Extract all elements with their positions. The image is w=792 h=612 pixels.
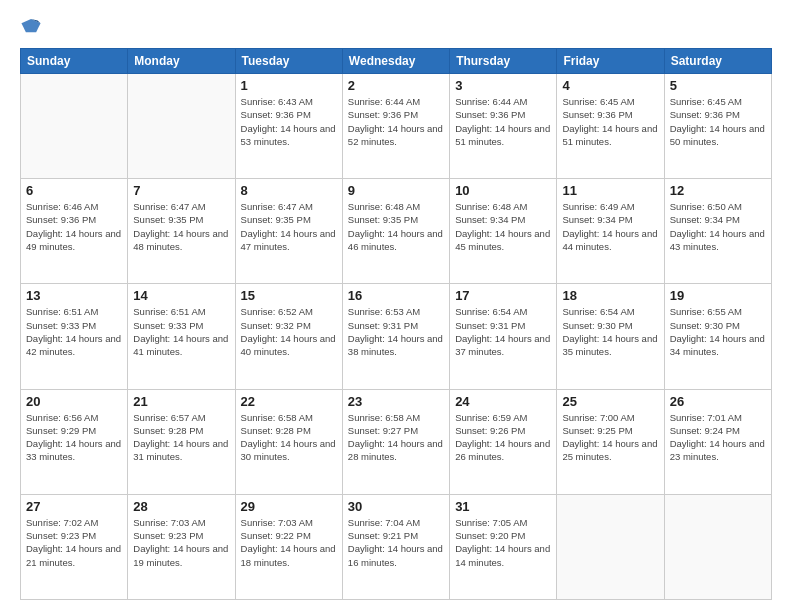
day-number: 1	[241, 78, 337, 93]
calendar-cell: 7Sunrise: 6:47 AM Sunset: 9:35 PM Daylig…	[128, 179, 235, 284]
day-info: Sunrise: 7:03 AM Sunset: 9:22 PM Dayligh…	[241, 516, 337, 569]
week-row-5: 27Sunrise: 7:02 AM Sunset: 9:23 PM Dayli…	[21, 494, 772, 599]
day-number: 31	[455, 499, 551, 514]
calendar-cell: 29Sunrise: 7:03 AM Sunset: 9:22 PM Dayli…	[235, 494, 342, 599]
calendar-cell: 8Sunrise: 6:47 AM Sunset: 9:35 PM Daylig…	[235, 179, 342, 284]
calendar-cell: 18Sunrise: 6:54 AM Sunset: 9:30 PM Dayli…	[557, 284, 664, 389]
day-info: Sunrise: 6:43 AM Sunset: 9:36 PM Dayligh…	[241, 95, 337, 148]
day-info: Sunrise: 6:45 AM Sunset: 9:36 PM Dayligh…	[670, 95, 766, 148]
day-number: 29	[241, 499, 337, 514]
calendar-cell: 3Sunrise: 6:44 AM Sunset: 9:36 PM Daylig…	[450, 74, 557, 179]
calendar-body: 1Sunrise: 6:43 AM Sunset: 9:36 PM Daylig…	[21, 74, 772, 600]
day-info: Sunrise: 6:54 AM Sunset: 9:31 PM Dayligh…	[455, 305, 551, 358]
calendar-cell: 13Sunrise: 6:51 AM Sunset: 9:33 PM Dayli…	[21, 284, 128, 389]
calendar-cell: 10Sunrise: 6:48 AM Sunset: 9:34 PM Dayli…	[450, 179, 557, 284]
day-info: Sunrise: 7:01 AM Sunset: 9:24 PM Dayligh…	[670, 411, 766, 464]
day-number: 6	[26, 183, 122, 198]
day-info: Sunrise: 6:58 AM Sunset: 9:27 PM Dayligh…	[348, 411, 444, 464]
day-number: 15	[241, 288, 337, 303]
weekday-monday: Monday	[128, 49, 235, 74]
day-info: Sunrise: 6:45 AM Sunset: 9:36 PM Dayligh…	[562, 95, 658, 148]
day-info: Sunrise: 6:48 AM Sunset: 9:35 PM Dayligh…	[348, 200, 444, 253]
calendar-cell: 28Sunrise: 7:03 AM Sunset: 9:23 PM Dayli…	[128, 494, 235, 599]
day-number: 13	[26, 288, 122, 303]
calendar-cell	[21, 74, 128, 179]
day-number: 24	[455, 394, 551, 409]
day-number: 5	[670, 78, 766, 93]
day-number: 14	[133, 288, 229, 303]
weekday-saturday: Saturday	[664, 49, 771, 74]
weekday-tuesday: Tuesday	[235, 49, 342, 74]
day-info: Sunrise: 7:04 AM Sunset: 9:21 PM Dayligh…	[348, 516, 444, 569]
calendar-cell	[664, 494, 771, 599]
calendar-cell: 2Sunrise: 6:44 AM Sunset: 9:36 PM Daylig…	[342, 74, 449, 179]
calendar-cell	[128, 74, 235, 179]
week-row-3: 13Sunrise: 6:51 AM Sunset: 9:33 PM Dayli…	[21, 284, 772, 389]
calendar-cell: 17Sunrise: 6:54 AM Sunset: 9:31 PM Dayli…	[450, 284, 557, 389]
day-info: Sunrise: 6:47 AM Sunset: 9:35 PM Dayligh…	[133, 200, 229, 253]
weekday-header-row: SundayMondayTuesdayWednesdayThursdayFrid…	[21, 49, 772, 74]
day-number: 21	[133, 394, 229, 409]
day-number: 3	[455, 78, 551, 93]
calendar-cell: 4Sunrise: 6:45 AM Sunset: 9:36 PM Daylig…	[557, 74, 664, 179]
day-info: Sunrise: 6:57 AM Sunset: 9:28 PM Dayligh…	[133, 411, 229, 464]
day-number: 17	[455, 288, 551, 303]
week-row-4: 20Sunrise: 6:56 AM Sunset: 9:29 PM Dayli…	[21, 389, 772, 494]
weekday-wednesday: Wednesday	[342, 49, 449, 74]
day-info: Sunrise: 6:51 AM Sunset: 9:33 PM Dayligh…	[133, 305, 229, 358]
day-info: Sunrise: 6:49 AM Sunset: 9:34 PM Dayligh…	[562, 200, 658, 253]
day-number: 7	[133, 183, 229, 198]
calendar-cell: 31Sunrise: 7:05 AM Sunset: 9:20 PM Dayli…	[450, 494, 557, 599]
calendar-table: SundayMondayTuesdayWednesdayThursdayFrid…	[20, 48, 772, 600]
day-number: 23	[348, 394, 444, 409]
day-info: Sunrise: 7:05 AM Sunset: 9:20 PM Dayligh…	[455, 516, 551, 569]
calendar-cell: 19Sunrise: 6:55 AM Sunset: 9:30 PM Dayli…	[664, 284, 771, 389]
day-number: 28	[133, 499, 229, 514]
calendar-cell: 1Sunrise: 6:43 AM Sunset: 9:36 PM Daylig…	[235, 74, 342, 179]
calendar-cell: 16Sunrise: 6:53 AM Sunset: 9:31 PM Dayli…	[342, 284, 449, 389]
day-number: 27	[26, 499, 122, 514]
day-number: 2	[348, 78, 444, 93]
day-number: 16	[348, 288, 444, 303]
logo-icon	[20, 16, 42, 38]
day-info: Sunrise: 7:03 AM Sunset: 9:23 PM Dayligh…	[133, 516, 229, 569]
day-number: 25	[562, 394, 658, 409]
calendar-cell: 5Sunrise: 6:45 AM Sunset: 9:36 PM Daylig…	[664, 74, 771, 179]
day-number: 26	[670, 394, 766, 409]
day-number: 9	[348, 183, 444, 198]
day-info: Sunrise: 6:54 AM Sunset: 9:30 PM Dayligh…	[562, 305, 658, 358]
calendar-cell: 23Sunrise: 6:58 AM Sunset: 9:27 PM Dayli…	[342, 389, 449, 494]
day-number: 19	[670, 288, 766, 303]
calendar-cell: 9Sunrise: 6:48 AM Sunset: 9:35 PM Daylig…	[342, 179, 449, 284]
calendar-cell	[557, 494, 664, 599]
day-info: Sunrise: 6:47 AM Sunset: 9:35 PM Dayligh…	[241, 200, 337, 253]
day-number: 22	[241, 394, 337, 409]
weekday-sunday: Sunday	[21, 49, 128, 74]
calendar-cell: 26Sunrise: 7:01 AM Sunset: 9:24 PM Dayli…	[664, 389, 771, 494]
day-number: 20	[26, 394, 122, 409]
calendar-cell: 15Sunrise: 6:52 AM Sunset: 9:32 PM Dayli…	[235, 284, 342, 389]
logo	[20, 16, 46, 38]
day-info: Sunrise: 6:59 AM Sunset: 9:26 PM Dayligh…	[455, 411, 551, 464]
calendar-cell: 11Sunrise: 6:49 AM Sunset: 9:34 PM Dayli…	[557, 179, 664, 284]
day-info: Sunrise: 6:48 AM Sunset: 9:34 PM Dayligh…	[455, 200, 551, 253]
day-info: Sunrise: 6:50 AM Sunset: 9:34 PM Dayligh…	[670, 200, 766, 253]
day-info: Sunrise: 6:53 AM Sunset: 9:31 PM Dayligh…	[348, 305, 444, 358]
day-number: 18	[562, 288, 658, 303]
weekday-thursday: Thursday	[450, 49, 557, 74]
week-row-1: 1Sunrise: 6:43 AM Sunset: 9:36 PM Daylig…	[21, 74, 772, 179]
day-number: 10	[455, 183, 551, 198]
calendar-cell: 25Sunrise: 7:00 AM Sunset: 9:25 PM Dayli…	[557, 389, 664, 494]
day-info: Sunrise: 6:44 AM Sunset: 9:36 PM Dayligh…	[348, 95, 444, 148]
day-number: 30	[348, 499, 444, 514]
day-info: Sunrise: 6:52 AM Sunset: 9:32 PM Dayligh…	[241, 305, 337, 358]
calendar-cell: 21Sunrise: 6:57 AM Sunset: 9:28 PM Dayli…	[128, 389, 235, 494]
day-info: Sunrise: 6:55 AM Sunset: 9:30 PM Dayligh…	[670, 305, 766, 358]
day-info: Sunrise: 6:46 AM Sunset: 9:36 PM Dayligh…	[26, 200, 122, 253]
calendar-cell: 6Sunrise: 6:46 AM Sunset: 9:36 PM Daylig…	[21, 179, 128, 284]
week-row-2: 6Sunrise: 6:46 AM Sunset: 9:36 PM Daylig…	[21, 179, 772, 284]
calendar-cell: 12Sunrise: 6:50 AM Sunset: 9:34 PM Dayli…	[664, 179, 771, 284]
day-info: Sunrise: 6:56 AM Sunset: 9:29 PM Dayligh…	[26, 411, 122, 464]
calendar-cell: 27Sunrise: 7:02 AM Sunset: 9:23 PM Dayli…	[21, 494, 128, 599]
day-number: 8	[241, 183, 337, 198]
